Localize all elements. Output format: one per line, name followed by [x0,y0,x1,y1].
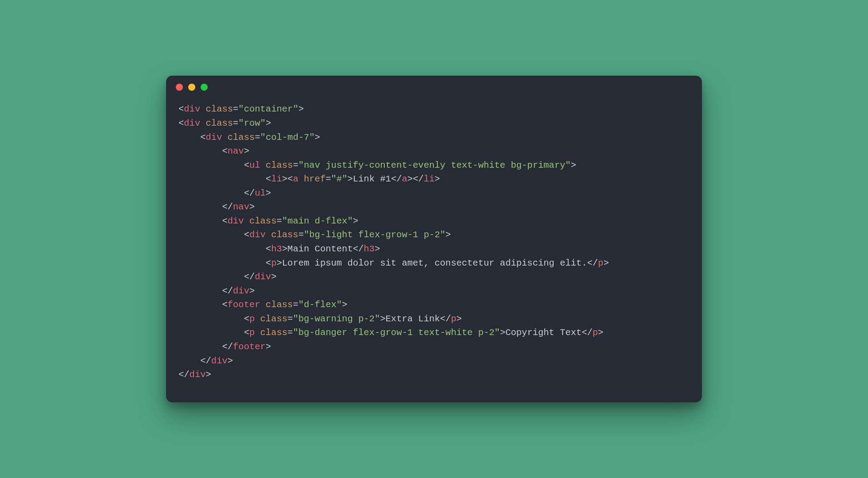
code-line: <nav> [178,144,690,158]
code-line: <p class="bg-danger flex-grow-1 text-whi… [178,326,690,340]
code-line: <ul class="nav justify-content-evenly te… [178,158,690,173]
code-line: <li><a href="#">Link #1</a></li> [178,172,690,186]
code-line: <div class="bg-light flex-grow-1 p-2"> [178,228,690,242]
code-line: </div> [178,284,690,298]
code-line: </ul> [178,186,690,200]
code-line: </div> [178,354,690,368]
code-line: </footer> [178,340,690,354]
code-line: <p class="bg-warning p-2">Extra Link</p> [178,312,690,326]
code-window: <div class="container"><div class="row">… [166,76,702,402]
code-block: <div class="container"><div class="row">… [166,99,702,402]
code-line: </div> [178,368,690,382]
window-titlebar [166,76,702,99]
window-zoom-icon[interactable] [201,84,208,91]
code-line: <p>Lorem ipsum dolor sit amet, consectet… [178,256,690,270]
window-close-icon[interactable] [176,84,183,91]
code-line: <div class="container"> [178,102,690,116]
code-line: <div class="main d-flex"> [178,214,690,228]
code-line: <h3>Main Content</h3> [178,242,690,256]
code-line: <div class="row"> [178,116,690,131]
code-line: </nav> [178,200,690,214]
code-line: </div> [178,270,690,284]
window-minimize-icon[interactable] [188,84,195,91]
code-line: <div class="col-md-7"> [178,131,690,145]
code-line: <footer class="d-flex"> [178,298,690,312]
